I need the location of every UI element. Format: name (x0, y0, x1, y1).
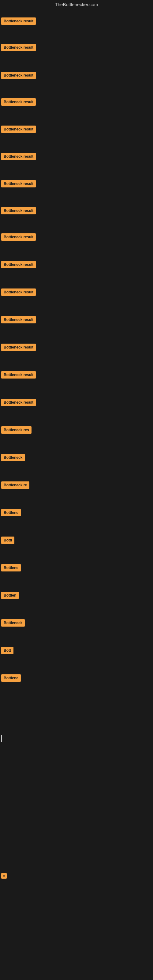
bottleneck-badge[interactable]: Bottleneck result (1, 371, 36, 379)
list-item: Bottlene (1, 564, 21, 573)
list-item: Bottlene (1, 675, 21, 683)
small-badge-text: ≡ (1, 873, 7, 879)
bottleneck-badge[interactable]: Bottleneck result (1, 153, 36, 160)
bottleneck-badge[interactable]: Bottleneck result (1, 18, 36, 25)
list-item: Bottleneck result (1, 180, 36, 188)
bottleneck-badge[interactable]: Bottleneck result (1, 261, 36, 268)
bottleneck-badge[interactable]: Bottlene (1, 564, 21, 571)
bottleneck-badge[interactable]: Bottleneck result (1, 72, 36, 79)
list-item: Bottleneck result (1, 207, 36, 215)
bottleneck-badge[interactable]: Bottleneck result (1, 344, 36, 351)
list-item: Bottlene (1, 509, 21, 517)
bottleneck-badge[interactable]: Bottleneck (1, 454, 25, 461)
bottleneck-badge[interactable]: Bottleneck result (1, 233, 36, 241)
list-item: Bottleneck result (1, 18, 36, 25)
bottleneck-badge[interactable]: Bottleneck result (1, 316, 36, 323)
bottleneck-badge[interactable]: Bottlene (1, 509, 21, 516)
bottleneck-badge[interactable]: Bottleneck res (1, 426, 32, 434)
bottleneck-badge[interactable]: Bott (1, 647, 13, 654)
site-title: TheBottlenecker.com (0, 0, 153, 9)
list-item: Bottleneck result (1, 98, 36, 106)
bottleneck-badge[interactable]: Bottleneck result (1, 180, 36, 188)
bottleneck-badge[interactable]: Bottleneck result (1, 126, 36, 133)
bottleneck-badge[interactable]: Bottleneck result (1, 98, 36, 106)
list-item: Bottleneck re (1, 481, 29, 490)
list-item: Bottleneck result (1, 344, 36, 351)
list-item: Bottleneck result (1, 371, 36, 379)
bottleneck-badge[interactable]: Bottleneck result (1, 44, 36, 51)
small-badge: ≡ (1, 873, 7, 879)
list-item: Bottl (1, 536, 14, 545)
list-item: Bottleneck result (1, 72, 36, 79)
list-item: Bottleneck result (1, 261, 36, 268)
cursor-line (1, 735, 2, 742)
bottleneck-badge[interactable]: Bottlen (1, 592, 19, 599)
bottleneck-badge[interactable]: Bottlene (1, 675, 21, 682)
bottleneck-badge[interactable]: Bottleneck result (1, 288, 36, 296)
list-item: Bottleneck result (1, 399, 36, 406)
list-item: Bottleneck res (1, 426, 32, 435)
list-item: Bottleneck (1, 619, 25, 628)
list-item: Bott (1, 647, 13, 655)
bottleneck-badge[interactable]: Bottleneck re (1, 481, 29, 489)
list-item: Bottleneck result (1, 288, 36, 296)
cursor-indicator (1, 735, 2, 743)
list-item: Bottleneck result (1, 233, 36, 241)
site-title-text: TheBottlenecker.com (55, 2, 98, 7)
list-item: Bottlen (1, 592, 19, 600)
bottleneck-badge[interactable]: Bottl (1, 536, 14, 544)
list-item: Bottleneck result (1, 44, 36, 51)
bottleneck-badge[interactable]: Bottleneck result (1, 399, 36, 406)
list-item: Bottleneck result (1, 126, 36, 133)
bottleneck-badge[interactable]: Bottleneck result (1, 207, 36, 215)
bottleneck-badge[interactable]: Bottleneck (1, 619, 25, 627)
list-item: Bottleneck result (1, 153, 36, 160)
list-item: Bottleneck result (1, 316, 36, 323)
list-item: Bottleneck (1, 454, 25, 463)
